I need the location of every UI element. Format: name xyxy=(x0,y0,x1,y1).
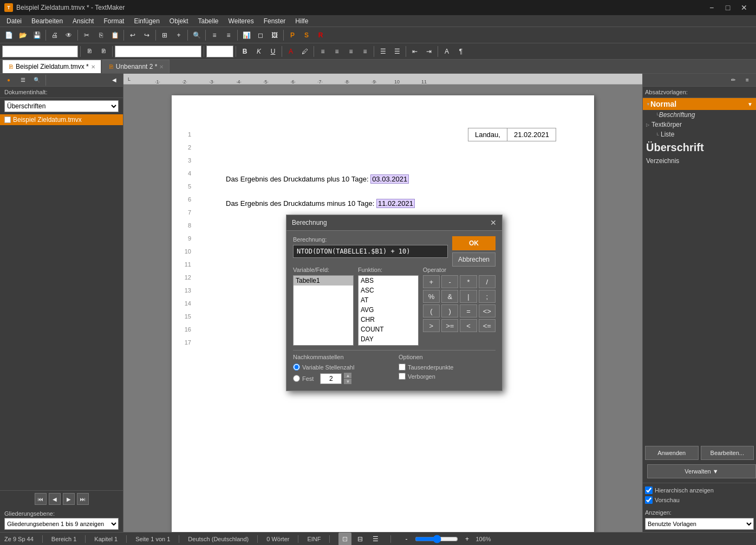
numbering-btn[interactable]: ☰ xyxy=(390,45,403,58)
variable-item-0[interactable]: Tabelle1 xyxy=(294,276,353,286)
font-size-input[interactable]: 12 xyxy=(206,46,233,57)
align-left-btn[interactable]: ≡ xyxy=(316,45,329,58)
menu-ansicht[interactable]: Ansicht xyxy=(68,16,98,26)
sidebar-checkbox[interactable] xyxy=(4,116,11,123)
style-ueberschrift[interactable]: Überschrift xyxy=(643,139,756,156)
field-1[interactable]: 03.03.2021 xyxy=(370,174,409,184)
indent-less-btn[interactable]: ⇤ xyxy=(408,45,421,58)
op-pipe[interactable]: | xyxy=(460,290,477,303)
underline-btn[interactable]: U xyxy=(266,45,279,58)
bearbeiten-btn[interactable]: Bearbeiten... xyxy=(701,446,754,460)
undo-btn[interactable]: ↩ xyxy=(126,29,139,42)
func-at[interactable]: AT xyxy=(359,295,418,305)
func-count[interactable]: COUNT xyxy=(359,325,418,334)
op-eq[interactable]: = xyxy=(460,304,477,317)
field-2[interactable]: 11.02.2021 xyxy=(376,199,415,208)
op-semi[interactable]: ; xyxy=(479,290,496,303)
func-chr[interactable]: CHR xyxy=(359,315,418,325)
op-gt[interactable]: > xyxy=(423,319,440,332)
obj-btn[interactable]: ◻ xyxy=(254,29,267,42)
more2-btn[interactable]: ≡ xyxy=(222,29,235,42)
maximize-button[interactable]: □ xyxy=(720,0,735,15)
table-btn[interactable]: ⊞ xyxy=(158,29,171,42)
para-format-btn[interactable]: ¶ xyxy=(454,45,467,58)
bold-btn[interactable]: B xyxy=(238,45,251,58)
gliederungsebene-select[interactable]: Gliederungsebenen 1 bis 9 anzeigen xyxy=(4,518,119,530)
menu-bearbeiten[interactable]: Bearbeiten xyxy=(27,16,67,26)
doc-scroll-area[interactable]: 1 2 3 4 5 6 7 8 9 10 11 12 13 14 xyxy=(123,85,642,532)
align-right-btn[interactable]: ≡ xyxy=(344,45,357,58)
spin-up[interactable]: ▲ xyxy=(344,373,351,378)
variable-listbox[interactable]: Tabelle1 xyxy=(293,275,354,346)
fixed-value-input[interactable] xyxy=(320,373,342,384)
paste-btn[interactable]: 📋 xyxy=(108,29,121,42)
align-center-btn[interactable]: ≡ xyxy=(330,45,343,58)
left-icon1[interactable]: ● xyxy=(2,74,15,87)
right-icon1[interactable]: ✏ xyxy=(727,74,740,87)
left-icon2[interactable]: ☰ xyxy=(16,74,29,87)
radio-variable[interactable] xyxy=(293,364,300,371)
check-vorschau[interactable] xyxy=(645,496,653,504)
op-plus[interactable]: + xyxy=(423,275,440,288)
p-btn[interactable]: P xyxy=(286,29,299,42)
cancel-button[interactable]: Abbrechen xyxy=(452,252,496,267)
open-btn[interactable]: 📂 xyxy=(16,29,29,42)
right-icon2[interactable]: ≡ xyxy=(741,74,754,87)
left-icon3[interactable]: 🔍 xyxy=(30,74,43,87)
zoom-in-status[interactable]: + xyxy=(460,533,473,546)
zoom-out-status[interactable]: - xyxy=(400,533,413,546)
op-amp[interactable]: & xyxy=(441,290,458,303)
save-btn[interactable]: 💾 xyxy=(30,29,43,42)
spin-down[interactable]: ▼ xyxy=(344,379,351,384)
indent-more-btn[interactable]: ⇥ xyxy=(422,45,435,58)
nav-next[interactable]: ▶ xyxy=(63,493,75,505)
sidebar-tree-item-0[interactable]: Beispiel Zieldatum.tmvx xyxy=(0,114,123,125)
op-gte[interactable]: >= xyxy=(441,319,458,332)
close-button[interactable]: ✕ xyxy=(737,0,752,15)
more1-btn[interactable]: ≡ xyxy=(208,29,221,42)
style-normal-dropdown[interactable]: ▼ xyxy=(747,101,753,107)
font-color-btn[interactable]: A xyxy=(284,45,297,58)
dialog-close-btn[interactable]: ✕ xyxy=(490,218,497,227)
tab-beispiel[interactable]: 🖹 Beispiel Zieldatum.tmvx * ✕ xyxy=(2,60,101,73)
op-minus[interactable]: - xyxy=(441,275,458,288)
check-tausend[interactable] xyxy=(399,364,406,371)
highlight-btn[interactable]: 🖊 xyxy=(298,45,311,58)
list-btn[interactable]: ☰ xyxy=(376,45,389,58)
insert-btn[interactable]: + xyxy=(172,29,185,42)
nav-prev[interactable]: ◀ xyxy=(49,493,61,505)
img-btn[interactable]: 🖼 xyxy=(268,29,281,42)
func-abs[interactable]: ABS xyxy=(359,276,418,286)
zoom-slider[interactable] xyxy=(415,535,458,543)
sidebar-dropdown[interactable]: Überschriften xyxy=(4,100,119,112)
left-collapse[interactable]: ◀ xyxy=(108,74,121,87)
func-avg[interactable]: AVG xyxy=(359,305,418,315)
ok-button[interactable]: OK xyxy=(452,236,496,250)
calc-input[interactable] xyxy=(293,245,448,258)
op-rparen[interactable]: ) xyxy=(441,304,458,317)
radio-fixed[interactable] xyxy=(293,375,300,382)
menu-fenster[interactable]: Fenster xyxy=(259,16,290,26)
op-lte[interactable]: <= xyxy=(479,319,496,332)
tab-close-0[interactable]: ✕ xyxy=(91,64,95,70)
font-input[interactable]: Arial xyxy=(115,46,201,57)
op-div[interactable]: / xyxy=(479,275,496,288)
zoom-out-btn[interactable]: 🔍 xyxy=(190,29,203,42)
menu-datei[interactable]: Datei xyxy=(2,16,26,26)
style-verzeichnis[interactable]: Verzeichnis xyxy=(643,156,756,166)
align-justify-btn[interactable]: ≡ xyxy=(359,45,372,58)
chart-btn[interactable]: 📊 xyxy=(240,29,253,42)
menu-einfuegen[interactable]: Einfügen xyxy=(129,16,164,26)
menu-objekt[interactable]: Objekt xyxy=(165,16,193,26)
op-mul[interactable]: * xyxy=(460,275,477,288)
nav-first[interactable]: ⏮ xyxy=(35,493,47,505)
verwalten-btn[interactable]: Verwalten ▼ xyxy=(647,464,756,478)
s-btn[interactable]: S xyxy=(300,29,313,42)
style-liste[interactable]: └ Liste xyxy=(643,129,756,139)
op-lt[interactable]: < xyxy=(460,319,477,332)
menu-hilfe[interactable]: Hilfe xyxy=(291,16,312,26)
check-hierarchisch[interactable] xyxy=(645,486,653,494)
print-btn[interactable]: 🖨 xyxy=(48,29,61,42)
anwenden-btn[interactable]: Anwenden xyxy=(645,446,699,460)
check-verborgen[interactable] xyxy=(399,373,406,380)
